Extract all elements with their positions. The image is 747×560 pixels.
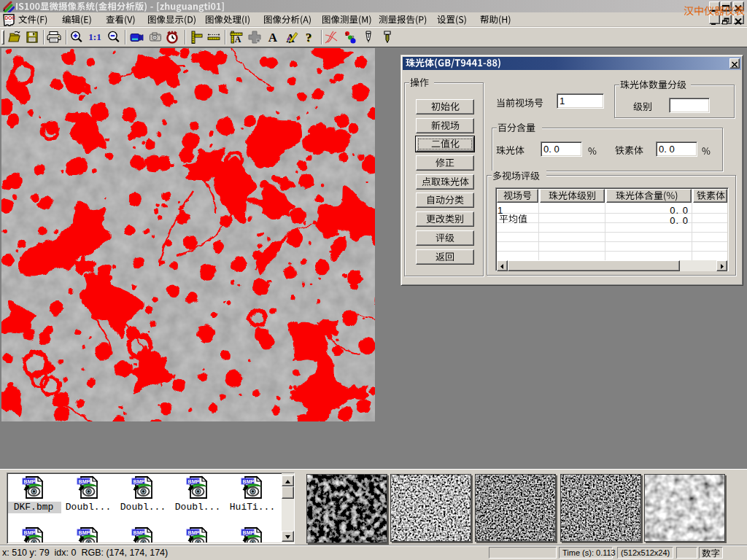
- svg-text:BMP: BMP: [79, 479, 90, 484]
- svg-text:DOC: DOC: [5, 15, 16, 20]
- svg-text:1:1: 1:1: [88, 31, 101, 42]
- svg-text:BMP: BMP: [24, 479, 36, 484]
- svg-text:BMP: BMP: [188, 530, 200, 535]
- svg-text:?: ?: [306, 31, 312, 44]
- svg-text:BMP: BMP: [79, 530, 90, 535]
- svg-text:BMP: BMP: [243, 479, 255, 484]
- svg-text:BMP: BMP: [188, 479, 200, 484]
- svg-text:A: A: [235, 34, 241, 44]
- svg-text:BMP: BMP: [133, 479, 145, 484]
- svg-text:BMP: BMP: [133, 530, 145, 535]
- svg-text:A: A: [268, 31, 278, 44]
- svg-text:BMP: BMP: [243, 530, 255, 535]
- svg-text:BMP: BMP: [24, 530, 36, 535]
